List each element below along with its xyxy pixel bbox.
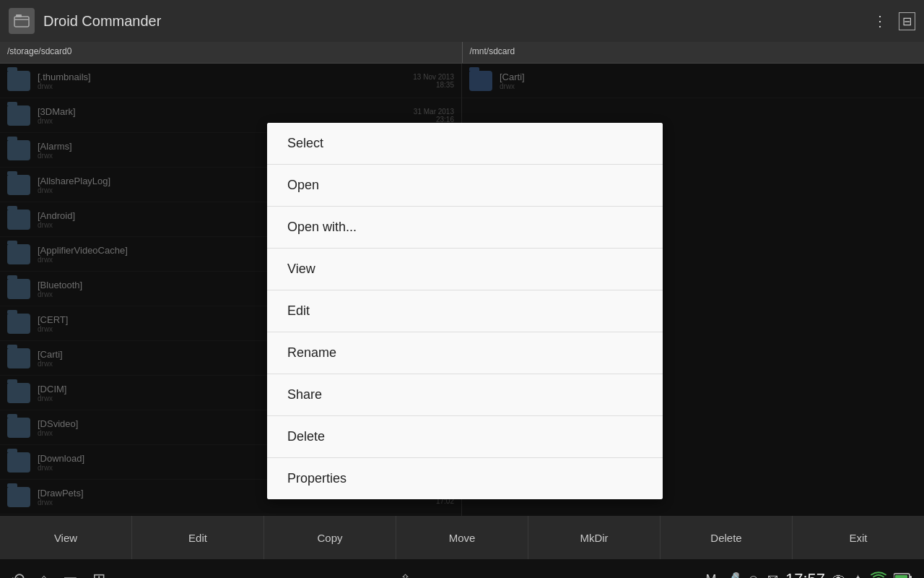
overflow-menu-icon[interactable]: ⋮ <box>873 12 887 30</box>
battery-icon <box>894 572 912 578</box>
toolbar-btn-exit[interactable]: Exit <box>793 516 924 559</box>
recents-icon[interactable]: ▭ <box>63 570 78 578</box>
home-icon[interactable]: ⌂ <box>39 570 48 578</box>
sys-right: M 🎤 ☺ ✉ 17:57 👁 ✦ <box>706 570 912 578</box>
toolbar-btn-move[interactable]: Move <box>396 516 528 559</box>
bottom-toolbar: ViewEditCopyMoveMkDirDeleteExit <box>0 516 924 559</box>
file-area: [.thumbnails] drwx 13 Nov 201318:35 [3DM… <box>0 64 924 516</box>
toolbar-btn-view[interactable]: View <box>0 516 132 559</box>
wifi-icon <box>871 571 886 579</box>
title-bar: Droid Commander ⋮ ⊟ <box>0 0 924 42</box>
gmail-icon: M <box>706 572 717 579</box>
window-icon[interactable]: ⊟ <box>899 12 915 30</box>
mic-icon: 🎤 <box>724 571 740 578</box>
toolbar-btn-delete[interactable]: Delete <box>661 516 793 559</box>
toolbar-btn-mkdir[interactable]: MkDir <box>528 516 661 559</box>
path-bars: /storage/sdcard0 /mnt/sdcard <box>0 42 924 64</box>
svg-rect-4 <box>895 575 907 578</box>
eye-icon: 👁 <box>832 572 845 579</box>
emoji-icon: ☺ <box>747 572 760 579</box>
bluetooth-icon: ✦ <box>853 571 863 578</box>
nav-up-icon[interactable]: ⇧ <box>400 571 411 578</box>
svg-rect-1 <box>16 14 22 17</box>
svg-rect-0 <box>14 17 29 27</box>
toolbar-btn-copy[interactable]: Copy <box>264 516 396 559</box>
context-menu: SelectOpenOpen with...ViewEditRenameShar… <box>267 123 663 499</box>
system-bar: ↶ ⌂ ▭ ⊞ ⇧ M 🎤 ☺ ✉ 17:57 👁 ✦ <box>0 559 924 578</box>
screenshot-icon[interactable]: ⊞ <box>92 570 105 578</box>
back-icon[interactable]: ↶ <box>12 570 25 578</box>
context-menu-item-delete[interactable]: Delete <box>267 416 663 458</box>
path-left[interactable]: /storage/sdcard0 <box>0 42 463 63</box>
context-menu-item-open[interactable]: Open <box>267 165 663 207</box>
message-icon: ✉ <box>767 571 778 578</box>
app-title: Droid Commander <box>43 13 864 30</box>
title-actions: ⋮ ⊟ <box>873 12 915 30</box>
context-menu-item-open_with[interactable]: Open with... <box>267 207 663 249</box>
context-menu-item-share[interactable]: Share <box>267 374 663 416</box>
clock: 17:57 <box>785 570 825 578</box>
context-menu-item-properties[interactable]: Properties <box>267 458 663 499</box>
app-icon <box>9 8 35 34</box>
path-right[interactable]: /mnt/sdcard <box>463 42 925 63</box>
context-menu-item-select[interactable]: Select <box>267 123 663 165</box>
toolbar-btn-edit[interactable]: Edit <box>132 516 264 559</box>
context-menu-item-edit[interactable]: Edit <box>267 290 663 332</box>
context-menu-item-rename[interactable]: Rename <box>267 332 663 374</box>
context-menu-item-view[interactable]: View <box>267 249 663 290</box>
